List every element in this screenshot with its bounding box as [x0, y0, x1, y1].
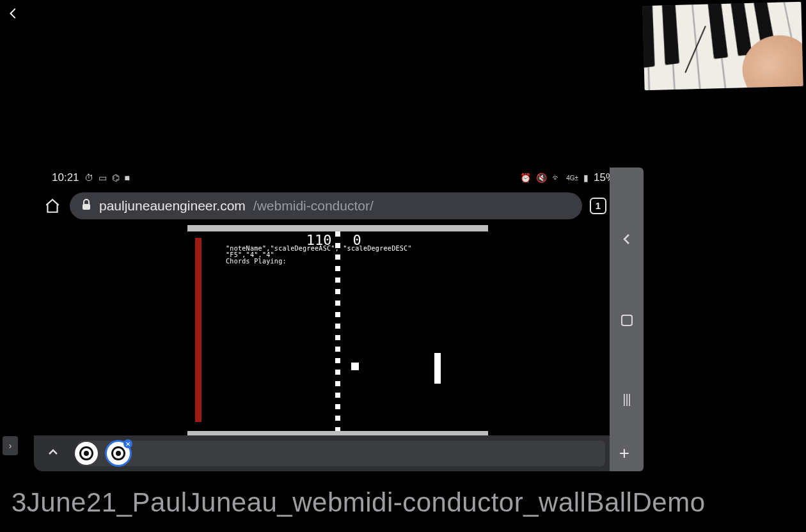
video-icon: ■	[125, 173, 130, 183]
android-home-button[interactable]	[621, 315, 633, 326]
video-title-caption: 3June21_PaulJuneau_webmidi-conductor_wal…	[12, 487, 706, 518]
status-time: 10:21	[52, 171, 79, 184]
address-bar[interactable]: pauljuneauengineer.com/webmidi-conductor…	[70, 192, 582, 219]
signal-icon: ▮	[583, 173, 589, 183]
url-domain: pauljuneauengineer.com	[99, 198, 246, 214]
network-icon: 4G±	[566, 175, 578, 182]
alarm2-icon: ⏰	[520, 173, 531, 183]
tab-strip-bg	[77, 441, 605, 466]
wifi-icon: ᯤ	[552, 173, 561, 183]
wallball-game[interactable]: 110 0 "noteName","scaleDegreeASC", "scal…	[187, 225, 488, 437]
tab-favicon-1[interactable]	[75, 442, 98, 465]
tabs-button[interactable]: 1	[590, 198, 606, 214]
url-path: /webmidi-conductor/	[253, 198, 374, 214]
cast-icon: ▭	[99, 173, 107, 183]
player-paddle	[434, 353, 441, 384]
android-back-button[interactable]	[621, 232, 633, 249]
webcam-pip-overlay[interactable]	[642, 2, 803, 90]
android-status-bar: 10:21 ⏱ ▭ ⌬ ■ ⏰ 🔇 ᯤ 4G± ▮ 15%	[34, 168, 644, 188]
alarm-icon: ⏱	[84, 173, 93, 183]
voicemail-icon: ⌬	[112, 173, 120, 183]
browser-toolbar: pauljuneauengineer.com/webmidi-conductor…	[34, 188, 644, 223]
phone-screenshot: 10:21 ⏱ ▭ ⌬ ■ ⏰ 🔇 ᯤ 4G± ▮ 15% pauljuneau	[34, 168, 644, 471]
tab-favicon-active[interactable]: ✕	[107, 442, 130, 465]
android-recents-button[interactable]: |||	[622, 392, 631, 407]
top-wall	[187, 225, 488, 231]
lock-icon	[81, 199, 91, 213]
expand-tabs-button[interactable]	[42, 447, 65, 460]
browser-tab-strip: ✕ +	[34, 435, 644, 471]
side-drawer-handle[interactable]: ›	[3, 436, 18, 455]
game-ball	[351, 363, 359, 370]
left-wall	[195, 238, 201, 422]
mute-icon: 🔇	[536, 173, 547, 183]
home-button[interactable]	[43, 196, 62, 215]
close-tab-badge[interactable]: ✕	[123, 439, 132, 448]
svg-rect-4	[83, 204, 90, 210]
android-nav-bar: |||	[610, 168, 644, 471]
new-tab-button[interactable]: +	[613, 443, 636, 464]
outer-back-button[interactable]	[6, 6, 20, 24]
debug-readout: "noteName","scaleDegreeASC", "scaleDegre…	[226, 246, 412, 265]
